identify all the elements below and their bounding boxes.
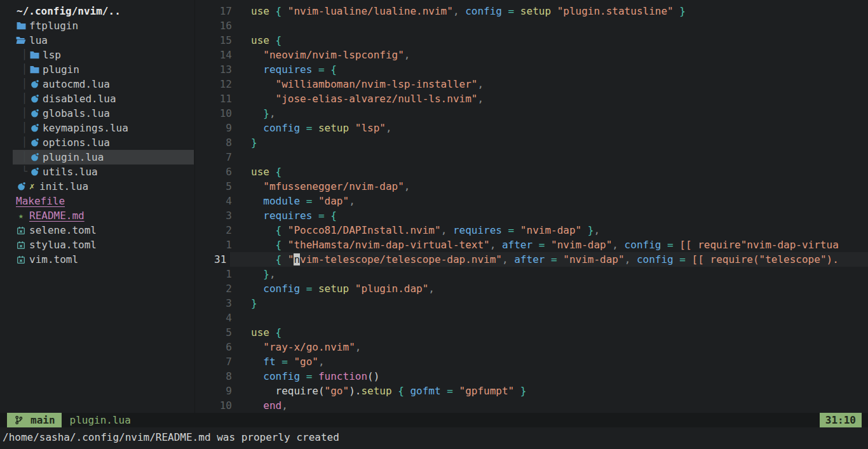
tree-item-label: utils.lua bbox=[43, 164, 98, 179]
tree-item-keymapings-lua[interactable]: │keymapings.lua bbox=[0, 121, 194, 135]
code-line: 9 config = setup "lsp", bbox=[195, 121, 868, 135]
tree-item-autocmd-lua[interactable]: │autocmd.lua bbox=[0, 77, 194, 91]
relative-line-number: 2 bbox=[195, 281, 251, 296]
tree-item-plugin[interactable]: │plugin bbox=[0, 62, 194, 77]
statusline-filename: plugin.lua bbox=[70, 414, 131, 426]
code-line-text[interactable]: { "Pocco81/DAPInstall.nvim", requires = … bbox=[251, 223, 868, 238]
indent-guide: │ bbox=[22, 135, 29, 150]
tree-item-label: plugin.lua bbox=[43, 150, 104, 164]
editor-buffer: 17use { "nvim-lualine/lualine.nvim", con… bbox=[195, 0, 868, 413]
tree-item-disabled-lua[interactable]: │disabled.lua bbox=[0, 91, 194, 106]
command-line-message: /home/sasha/.config/nvim/README.md was p… bbox=[0, 427, 868, 449]
relative-line-number: 6 bbox=[195, 340, 251, 354]
relative-line-number: 8 bbox=[195, 135, 251, 150]
relative-line-number: 16 bbox=[195, 18, 251, 33]
code-line-text[interactable]: "mfussenegger/nvim-dap", bbox=[251, 179, 868, 194]
code-line: 6 "ray-x/go.nvim", bbox=[195, 340, 868, 354]
tree-item-label: init.lua bbox=[39, 179, 88, 194]
code-line: 13 requires = { bbox=[195, 62, 868, 77]
code-line-text[interactable]: end, bbox=[251, 398, 868, 413]
lua-icon bbox=[29, 79, 39, 90]
tree-item-selene-toml[interactable]: selene.toml bbox=[0, 223, 194, 238]
tree-item-ftplugin[interactable]: ftplugin bbox=[0, 18, 194, 33]
git-branch-icon bbox=[13, 415, 24, 426]
tree-item-lua[interactable]: lua bbox=[0, 33, 194, 48]
tree-item-vim-toml[interactable]: vim.toml bbox=[0, 252, 194, 267]
lua-icon bbox=[29, 152, 39, 163]
code-line-text[interactable] bbox=[251, 311, 868, 325]
tree-item-readme-md[interactable]: ★README.md bbox=[0, 208, 194, 223]
tree-item-label: autocmd.lua bbox=[43, 77, 110, 91]
folder-closed-icon bbox=[16, 21, 26, 31]
toml-icon bbox=[16, 255, 26, 265]
code-line-text[interactable]: } bbox=[251, 135, 868, 150]
relative-line-number: 2 bbox=[195, 223, 251, 238]
code-line-text[interactable]: use { "nvim-lualine/lualine.nvim", confi… bbox=[251, 4, 868, 18]
code-line: 10 }, bbox=[195, 106, 868, 121]
code-line: 1 }, bbox=[195, 267, 868, 281]
code-line-text[interactable]: use { bbox=[251, 325, 868, 340]
code-line-text[interactable]: config = setup "plugin.dap", bbox=[251, 281, 868, 296]
relative-line-number: 9 bbox=[195, 384, 251, 398]
code-line-text[interactable]: "jose-elias-alvarez/null-ls.nvim", bbox=[251, 91, 868, 106]
indent-guide: │ bbox=[22, 121, 29, 135]
code-line-text[interactable] bbox=[251, 18, 868, 33]
tree-item-plugin-lua[interactable]: │plugin.lua bbox=[13, 150, 194, 164]
tree-item-init-lua[interactable]: ✗init.lua bbox=[0, 179, 194, 194]
code-line-text[interactable]: "williamboman/nvim-lsp-installer", bbox=[251, 77, 868, 91]
code-line-text[interactable]: use { bbox=[251, 164, 868, 179]
code-line-text[interactable]: }, bbox=[251, 267, 868, 281]
tree-item-label: lua bbox=[29, 33, 48, 48]
relative-line-number: 9 bbox=[195, 121, 251, 135]
code-line-text[interactable] bbox=[251, 150, 868, 164]
code-line-text[interactable]: require("go").setup { gofmt = "gpfumpt" … bbox=[251, 384, 868, 398]
block-cursor: n bbox=[294, 253, 300, 265]
tree-item-stylua-toml[interactable]: stylua.toml bbox=[0, 238, 194, 252]
code-line-text[interactable]: requires = { bbox=[251, 62, 868, 77]
code-line-text[interactable]: config = function() bbox=[251, 369, 868, 384]
folder-closed-icon bbox=[29, 50, 39, 60]
code-line-text[interactable]: { "theHamsta/nvim-dap-virtual-text", aft… bbox=[251, 238, 868, 252]
git-branch-name: main bbox=[31, 413, 55, 427]
relative-line-number: 4 bbox=[195, 311, 251, 325]
relative-line-number: 7 bbox=[195, 150, 251, 164]
code-line-text[interactable]: } bbox=[251, 296, 868, 311]
indent-guide: │ bbox=[22, 91, 29, 106]
relative-line-number: 10 bbox=[195, 398, 251, 413]
tree-item-lsp[interactable]: │lsp bbox=[0, 48, 194, 62]
code-line: 5use { bbox=[195, 325, 868, 340]
lua-icon bbox=[29, 109, 39, 119]
lua-icon bbox=[29, 94, 39, 104]
file-explorer: ~/.config/nvim/.. ftpluginlua│lsp│plugin… bbox=[0, 0, 195, 413]
code-line-text[interactable]: requires = { bbox=[251, 208, 868, 223]
tree-item-utils-lua[interactable]: └utils.lua bbox=[0, 164, 194, 179]
code-line-text[interactable]: module = "dap", bbox=[251, 194, 868, 208]
tree-item-options-lua[interactable]: │options.lua bbox=[0, 135, 194, 150]
folder-closed-icon bbox=[29, 65, 39, 75]
tree-item-label: globals.lua bbox=[43, 106, 110, 121]
relative-line-number: 14 bbox=[195, 48, 251, 62]
tree-item-label: disabled.lua bbox=[43, 91, 116, 106]
code-line: 8} bbox=[195, 135, 868, 150]
code-line-text[interactable]: config = setup "lsp", bbox=[251, 121, 868, 135]
code-line: 7 ft = "go", bbox=[195, 354, 868, 369]
code-line: 3} bbox=[195, 296, 868, 311]
code-line: 12 "williamboman/nvim-lsp-installer", bbox=[195, 77, 868, 91]
lua-icon bbox=[29, 123, 39, 133]
relative-line-number: 6 bbox=[195, 164, 251, 179]
relative-line-number: 12 bbox=[195, 77, 251, 91]
code-line: 9 require("go").setup { gofmt = "gpfumpt… bbox=[195, 384, 868, 398]
code-line-text[interactable]: }, bbox=[251, 106, 868, 121]
code-line: 14 "neovim/nvim-lspconfig", bbox=[195, 48, 868, 62]
code-line-text[interactable]: use { bbox=[251, 33, 868, 48]
tree-item-makefile[interactable]: Makefile bbox=[0, 194, 194, 208]
tree-item-label: keymapings.lua bbox=[43, 121, 128, 135]
lua-icon bbox=[16, 182, 26, 192]
code-line-text-current[interactable]: { "nvim-telescope/telescope-dap.nvim", a… bbox=[230, 252, 868, 267]
indent-guide: │ bbox=[22, 62, 29, 77]
code-line-text[interactable]: "ray-x/go.nvim", bbox=[251, 340, 868, 354]
code-line-text[interactable]: ft = "go", bbox=[251, 354, 868, 369]
tree-item-label: stylua.toml bbox=[29, 238, 97, 252]
tree-item-globals-lua[interactable]: │globals.lua bbox=[0, 106, 194, 121]
code-line-text[interactable]: "neovim/nvim-lspconfig", bbox=[251, 48, 868, 62]
